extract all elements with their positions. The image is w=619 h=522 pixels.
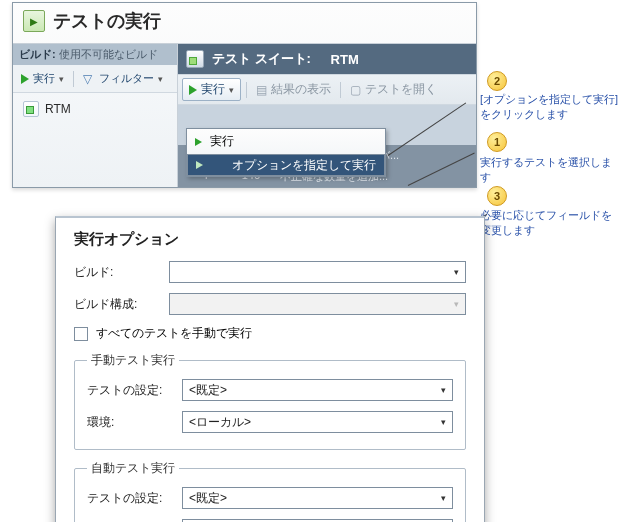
config-select: ▾ (169, 293, 466, 315)
callout-badge-2: 2 (487, 71, 507, 91)
separator (73, 71, 74, 87)
open-test-label: テストを開く (365, 81, 437, 98)
run-button-label: 実行 (33, 71, 55, 86)
chevron-down-icon: ▾ (441, 493, 446, 503)
config-label: ビルド構成: (74, 296, 169, 313)
menu-item-label: 実行 (210, 133, 234, 150)
manual-settings-select[interactable]: <既定> ▾ (182, 379, 453, 401)
callout-text-2: [オプションを指定して実行] をクリックします (480, 92, 619, 122)
run-options-dialog: 実行オプション ビルド: ▾ ビルド構成: ▾ すべてのテストを手動で実行 手動… (55, 216, 485, 522)
suite-run-button[interactable]: 実行 ▾ (182, 78, 241, 101)
play-icon (189, 85, 197, 95)
view-results-button[interactable]: ▤ 結果の表示 (252, 79, 335, 100)
auto-test-group: 自動テスト実行 テストの設定: <既定> ▾ 環境: web ▾ (74, 460, 466, 522)
callout-text-3: 必要に応じてフィールドを変更します (480, 208, 619, 238)
manual-env-select[interactable]: <ローカル> ▾ (182, 411, 453, 433)
run-button[interactable]: 実行 ▾ (17, 69, 68, 88)
separator (340, 82, 341, 98)
suite-header-name: RTM (331, 52, 359, 67)
run-icon (23, 10, 45, 32)
results-icon: ▤ (256, 83, 267, 97)
auto-settings-value: <既定> (189, 490, 227, 507)
chevron-down-icon: ▾ (441, 417, 446, 427)
callout-badge-1: 1 (487, 132, 507, 152)
suite-tree-item[interactable]: RTM (19, 99, 171, 119)
view-results-label: 結果の表示 (271, 81, 331, 98)
auto-settings-label: テストの設定: (87, 490, 182, 507)
build-toolbar: 実行 ▾ フィルター ▾ (13, 65, 177, 93)
build-panel: ビルド: 使用不可能なビルド 実行 ▾ フィルター ▾ (13, 44, 178, 187)
config-row: ビルド構成: ▾ (74, 293, 466, 315)
play-icon (21, 74, 29, 84)
chevron-down-icon: ▾ (441, 385, 446, 395)
suite-tree: RTM (13, 93, 177, 179)
chevron-down-icon: ▾ (454, 267, 459, 277)
suite-header-label: テスト スイート: (212, 50, 311, 68)
build-header: ビルド: 使用不可能なビルド (13, 44, 177, 65)
filter-button[interactable]: フィルター ▾ (79, 69, 167, 88)
open-test-button[interactable]: ▢ テストを開く (346, 79, 441, 100)
play-icon (196, 161, 203, 169)
build-label: ビルド: (19, 48, 56, 60)
suite-tree-label: RTM (45, 102, 71, 116)
manual-env-value: <ローカル> (189, 414, 251, 431)
suite-icon (23, 101, 39, 117)
open-icon: ▢ (350, 83, 361, 97)
auto-group-legend: 自動テスト実行 (87, 460, 179, 477)
callout-text-1: 実行するテストを選択します (480, 155, 619, 185)
separator (246, 82, 247, 98)
menu-item-run[interactable]: 実行 (187, 129, 385, 154)
menu-item-label: オプションを指定して実行 (232, 157, 376, 174)
build-select[interactable]: ▾ (169, 261, 466, 283)
funnel-icon (83, 73, 95, 85)
manual-all-row: すべてのテストを手動で実行 (74, 325, 466, 342)
window-title: テストの実行 (53, 9, 161, 33)
manual-group-legend: 手動テスト実行 (87, 352, 179, 369)
callout-badge-3: 3 (487, 186, 507, 206)
manual-all-label: すべてのテストを手動で実行 (96, 325, 252, 342)
manual-settings-label: テストの設定: (87, 382, 182, 399)
manual-env-label: 環境: (87, 414, 182, 431)
manual-settings-value: <既定> (189, 382, 227, 399)
auto-settings-select[interactable]: <既定> ▾ (182, 487, 453, 509)
build-row: ビルド: ▾ (74, 261, 466, 283)
dialog-title: 実行オプション (74, 230, 466, 249)
suite-icon (186, 50, 204, 68)
suite-run-label: 実行 (201, 81, 225, 98)
run-dropdown-menu: 実行 オプションを指定して実行 (186, 128, 386, 177)
suite-header: テスト スイート: RTM (178, 44, 476, 74)
build-value: 使用不可能なビルド (59, 48, 158, 60)
chevron-down-icon: ▾ (158, 74, 163, 84)
chevron-down-icon: ▾ (59, 74, 64, 84)
manual-all-checkbox[interactable] (74, 327, 88, 341)
filter-button-label: フィルター (99, 71, 154, 86)
play-icon (195, 138, 202, 146)
window-header: テストの実行 (13, 3, 476, 44)
chevron-down-icon: ▾ (229, 85, 234, 95)
menu-item-run-with-options[interactable]: オプションを指定して実行 (187, 154, 385, 176)
suite-toolbar: 実行 ▾ ▤ 結果の表示 ▢ テストを開く (178, 74, 476, 105)
manual-test-group: 手動テスト実行 テストの設定: <既定> ▾ 環境: <ローカル> ▾ (74, 352, 466, 450)
chevron-down-icon: ▾ (454, 299, 459, 309)
build-label: ビルド: (74, 264, 169, 281)
